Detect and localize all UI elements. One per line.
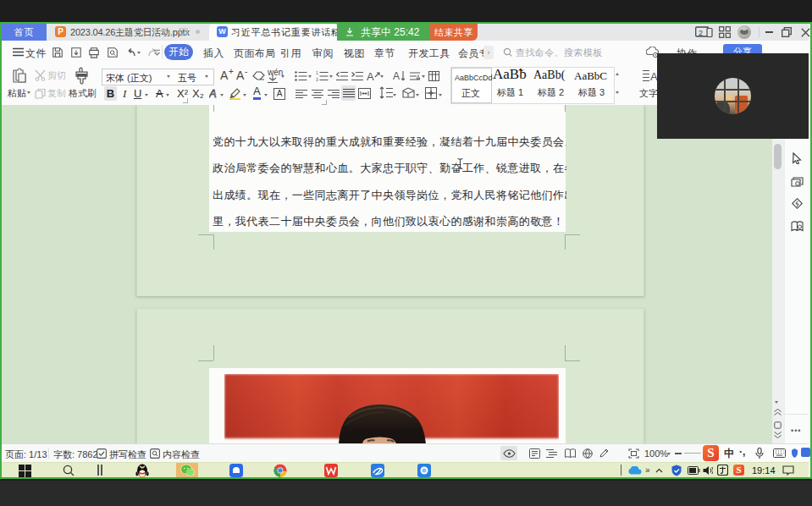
svg-text:3: 3 <box>316 77 318 81</box>
svg-text:A: A <box>367 70 374 82</box>
svg-text:2: 2 <box>699 29 703 37</box>
svg-text:A: A <box>209 87 217 99</box>
svg-text:1: 1 <box>316 71 318 75</box>
svg-text:A: A <box>650 70 657 83</box>
svg-text:A: A <box>393 70 400 82</box>
